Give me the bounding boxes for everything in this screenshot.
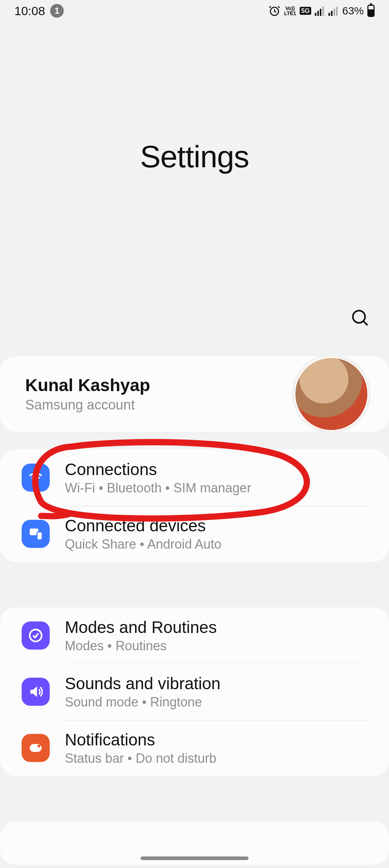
row-title: Sounds and vibration (65, 674, 220, 693)
svg-point-11 (35, 482, 37, 484)
svg-rect-4 (322, 7, 324, 16)
svg-line-10 (363, 321, 367, 325)
status-bar: 10:08 1 Vo)) LTE1 5G 63% (0, 0, 389, 22)
row-title: Modes and Routines (65, 617, 217, 637)
svg-rect-5 (328, 13, 330, 16)
home-indicator[interactable] (140, 856, 249, 860)
svg-rect-2 (317, 11, 319, 16)
row-subtitle: Modes • Routines (65, 638, 217, 654)
row-title: Connected devices (65, 516, 222, 535)
row-connected-devices[interactable]: Connected devices Quick Share • Android … (0, 506, 389, 562)
row-modes-routines[interactable]: Modes and Routines Modes • Routines (0, 607, 389, 664)
row-title: Connections (65, 460, 251, 479)
routines-icon (22, 621, 50, 650)
svg-rect-7 (334, 9, 335, 16)
battery-icon (367, 5, 375, 17)
svg-point-9 (353, 311, 365, 323)
sound-icon (22, 678, 50, 706)
svg-rect-3 (320, 9, 321, 16)
row-subtitle: Quick Share • Android Auto (65, 537, 222, 552)
network-5g-icon: 5G (300, 7, 311, 15)
alarm-icon (268, 5, 281, 17)
svg-rect-8 (336, 7, 337, 16)
row-subtitle: Wi-Fi • Bluetooth • SIM manager (65, 480, 251, 496)
row-sounds-vibration[interactable]: Sounds and vibration Sound mode • Ringto… (0, 664, 389, 720)
settings-group-connectivity: Connections Wi-Fi • Bluetooth • SIM mana… (0, 449, 389, 562)
row-title: Notifications (65, 730, 216, 749)
devices-icon (22, 520, 50, 548)
account-card[interactable]: Kunal Kashyap Samsung account (0, 356, 389, 432)
search-button[interactable] (349, 307, 371, 329)
row-notifications[interactable]: Notifications Status bar • Do not distur… (0, 720, 389, 776)
avatar[interactable] (292, 354, 371, 434)
account-name: Kunal Kashyap (25, 375, 150, 395)
notification-icon (22, 734, 50, 762)
wifi-icon (22, 464, 50, 492)
row-connections[interactable]: Connections Wi-Fi • Bluetooth • SIM mana… (0, 449, 389, 506)
account-subtitle: Samsung account (25, 397, 150, 413)
signal-icon-2 (328, 6, 339, 16)
battery-percent: 63% (342, 5, 364, 17)
volte-icon: Vo)) LTE1 (284, 6, 296, 16)
svg-point-16 (37, 744, 40, 747)
page-title-block: Settings (0, 139, 389, 174)
row-subtitle: Sound mode • Ringtone (65, 695, 220, 710)
notification-count-badge: 1 (50, 4, 64, 18)
svg-rect-13 (37, 532, 43, 540)
signal-icon (315, 6, 325, 16)
page-title: Settings (0, 139, 389, 174)
svg-rect-1 (315, 13, 316, 16)
svg-rect-6 (331, 11, 332, 16)
settings-group-system: Modes and Routines Modes • Routines Soun… (0, 607, 389, 776)
status-time: 10:08 (14, 4, 45, 18)
row-subtitle: Status bar • Do not disturb (65, 751, 216, 766)
search-icon (350, 308, 370, 328)
